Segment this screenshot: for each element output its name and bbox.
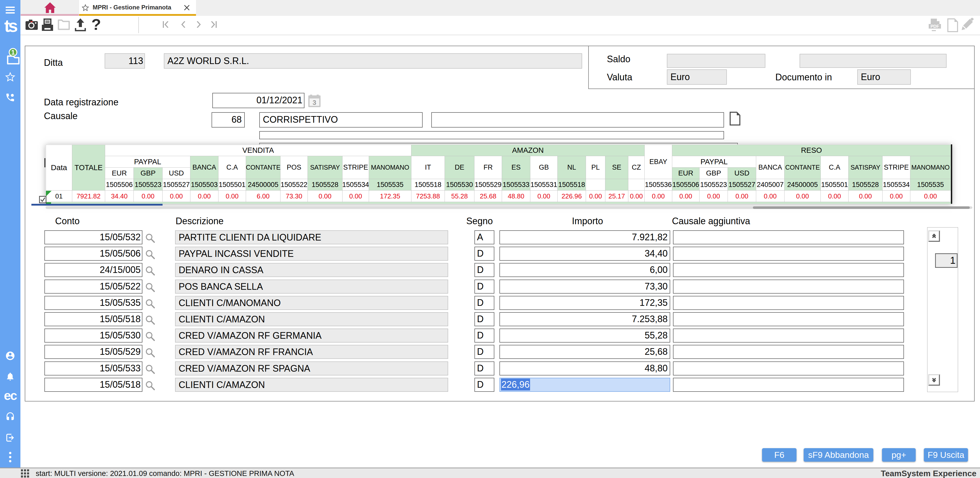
svg-text:1: 1 (11, 49, 15, 56)
svg-text:PDF: PDF (931, 24, 939, 29)
svg-text:3: 3 (313, 99, 316, 106)
